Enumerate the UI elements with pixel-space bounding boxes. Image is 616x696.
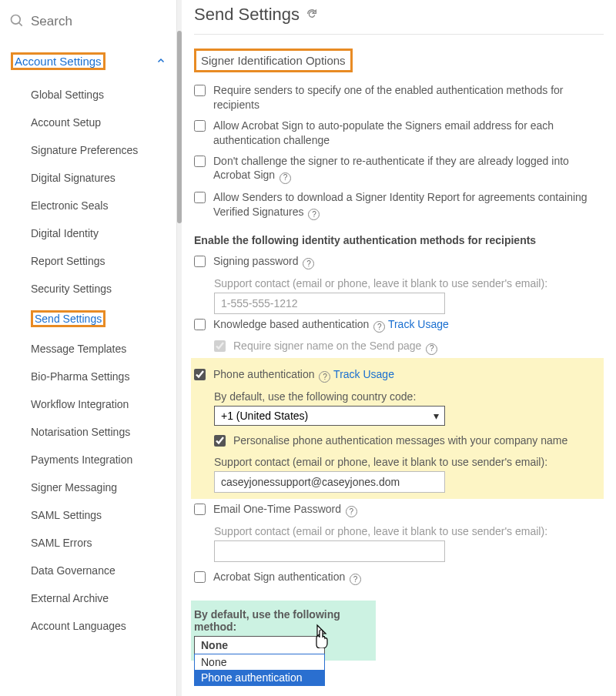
acrobat-auth-label: Acrobat Sign authentication ?: [213, 570, 604, 585]
help-icon[interactable]: ?: [373, 321, 385, 333]
opt-download-report-checkbox[interactable]: [194, 192, 206, 203]
svg-point-0: [12, 15, 21, 24]
help-icon[interactable]: ?: [350, 574, 361, 585]
sidebar-item-payments-integration[interactable]: Payments Integration: [0, 446, 176, 473]
sidebar-item-workflow-integration[interactable]: Workflow Integration: [0, 390, 176, 418]
sidebar-item-global-settings[interactable]: Global Settings: [0, 81, 176, 109]
chevron-up-icon: [156, 55, 166, 68]
kba-require-name-label: Require signer name on the Send page ?: [233, 339, 604, 354]
acrobat-auth-checkbox[interactable]: [194, 571, 206, 583]
signing-password-support-input[interactable]: [214, 293, 445, 314]
phone-auth-label: Phone authentication ? Track Usage: [213, 367, 598, 383]
search-input[interactable]: [25, 11, 167, 32]
sidebar-item-digital-signatures[interactable]: Digital Signatures: [0, 164, 176, 192]
sidebar-item-signature-preferences[interactable]: Signature Preferences: [0, 136, 176, 164]
sidebar: Account Settings Global Settings Account…: [0, 0, 177, 696]
dropdown-option-phone-auth[interactable]: Phone authentication: [195, 670, 324, 685]
opt-auto-populate-label: Allow Acrobat Sign to auto-populate the …: [213, 119, 604, 148]
email-otp-checkbox[interactable]: [194, 504, 206, 515]
sidebar-item-saml-errors[interactable]: SAML Errors: [0, 529, 176, 557]
email-otp-label: Email One-Time Password ?: [213, 502, 604, 517]
signing-password-label: Signing password ?: [213, 254, 604, 269]
opt-no-rechallenge-checkbox[interactable]: [194, 156, 206, 167]
phone-auth-checkbox[interactable]: [194, 369, 206, 380]
search-row: [0, 8, 176, 46]
phone-track-usage-link[interactable]: Track Usage: [333, 368, 394, 380]
kba-checkbox[interactable]: [194, 319, 206, 330]
phone-support-input[interactable]: [214, 471, 445, 493]
sidebar-item-digital-identity[interactable]: Digital Identity: [0, 219, 176, 247]
opt-no-rechallenge-label: Don't challenge the signer to re-authent…: [213, 154, 604, 184]
phone-auth-highlight: Phone authentication ? Track Usage By de…: [191, 358, 604, 499]
sidebar-item-signer-messaging[interactable]: Signer Messaging: [0, 473, 176, 501]
section-signer-id-heading: Signer Identification Options: [194, 49, 353, 72]
sidebar-item-data-governance[interactable]: Data Governance: [0, 557, 176, 584]
sidebar-header[interactable]: Account Settings: [0, 46, 176, 76]
signing-password-support-label: Support contact (email or phone, leave i…: [214, 277, 604, 289]
sidebar-item-notarisation-settings[interactable]: Notarisation Settings: [0, 418, 176, 446]
sidebar-item-message-templates[interactable]: Message Templates: [0, 335, 176, 363]
email-otp-support-input[interactable]: [214, 540, 445, 562]
sidebar-item-report-settings[interactable]: Report Settings: [0, 247, 176, 275]
svg-line-1: [19, 22, 22, 25]
sidebar-item-saml-settings[interactable]: SAML Settings: [0, 501, 176, 529]
phone-personalise-label: Personalise phone authentication message…: [233, 433, 598, 448]
help-icon[interactable]: ?: [308, 209, 320, 220]
search-icon: [9, 13, 25, 31]
refresh-icon[interactable]: [306, 5, 318, 25]
opt-require-senders-checkbox[interactable]: [194, 85, 206, 96]
phone-country-label: By default, use the following country co…: [214, 390, 598, 403]
page-title: Send Settings: [194, 5, 300, 25]
help-icon[interactable]: ?: [346, 506, 357, 517]
opt-download-report-label: Allow Senders to download a Signer Ident…: [213, 190, 604, 220]
help-icon[interactable]: ?: [280, 172, 291, 184]
default-method-dropdown-list: None Phone authentication: [194, 654, 325, 686]
sidebar-item-account-setup[interactable]: Account Setup: [0, 109, 176, 136]
dropdown-option-none[interactable]: None: [195, 654, 324, 670]
email-otp-support-label: Support contact (email or phone, leave i…: [214, 525, 604, 537]
sidebar-item-external-archive[interactable]: External Archive: [0, 584, 176, 612]
enable-methods-heading: Enable the following identity authentica…: [194, 234, 604, 246]
opt-require-senders-label: Require senders to specify one of the en…: [213, 83, 604, 112]
default-method-select[interactable]: None: [194, 636, 325, 654]
kba-track-usage-link[interactable]: Track Usage: [388, 318, 449, 330]
help-icon[interactable]: ?: [303, 258, 314, 269]
sidebar-scrollbar[interactable]: [177, 0, 182, 696]
sidebar-header-label: Account Settings: [15, 55, 102, 69]
sidebar-item-account-languages[interactable]: Account Languages: [0, 612, 176, 640]
sidebar-item-security-settings[interactable]: Security Settings: [0, 275, 176, 303]
help-icon[interactable]: ?: [426, 343, 437, 355]
default-method-label: By default, use the following method:: [194, 608, 370, 633]
sidebar-item-send-settings[interactable]: Send Settings: [0, 303, 176, 335]
signing-password-checkbox[interactable]: [194, 256, 206, 267]
phone-country-select[interactable]: +1 (United States): [214, 406, 445, 426]
help-icon[interactable]: ?: [319, 371, 330, 383]
kba-label: Knowledge based authentication ? Track U…: [213, 317, 604, 333]
page-title-row: Send Settings: [194, 0, 604, 35]
opt-auto-populate-checkbox[interactable]: [194, 120, 206, 132]
phone-support-label: Support contact (email or phone, leave i…: [214, 456, 598, 468]
phone-personalise-checkbox[interactable]: [214, 435, 226, 447]
main-content: Send Settings Signer Identification Opti…: [182, 0, 616, 696]
sidebar-item-electronic-seals[interactable]: Electronic Seals: [0, 192, 176, 219]
sidebar-item-bio-pharma-settings[interactable]: Bio-Pharma Settings: [0, 363, 176, 390]
default-method-highlight: By default, use the following method: No…: [191, 601, 376, 661]
kba-require-name-checkbox: [214, 340, 226, 352]
